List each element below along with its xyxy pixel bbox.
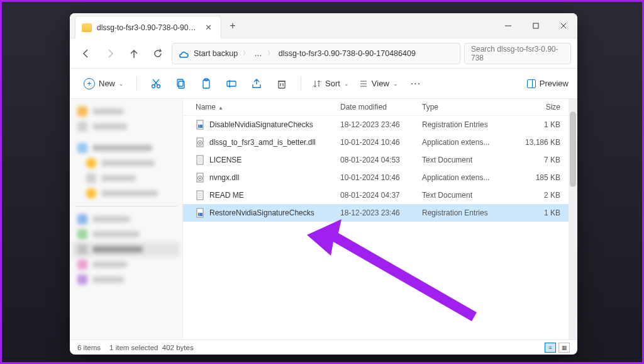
file-row[interactable]: LICENSE08-01-2024 04:53Text Document7 KB: [183, 151, 569, 169]
svg-rect-26: [199, 125, 200, 126]
file-date: 10-01-2024 10:46: [340, 173, 422, 182]
maximize-button[interactable]: [522, 13, 550, 38]
plus-icon: +: [84, 78, 95, 89]
new-tab-button[interactable]: +: [221, 13, 244, 38]
tab-title: dlssg-to-fsr3-0.90-738-0-90-17: [97, 23, 197, 32]
file-type: Application extens...: [422, 138, 510, 147]
chevron-down-icon: ⌄: [393, 81, 398, 87]
file-date: 08-01-2024 04:53: [340, 156, 422, 164]
file-type: Text Document: [422, 191, 510, 200]
view-button[interactable]: View ⌄: [355, 79, 402, 88]
file-size: 13,186 KB: [510, 138, 560, 147]
file-name: DisableNvidiaSignatureChecks: [209, 120, 313, 129]
sidebar-item[interactable]: [72, 212, 180, 227]
svg-point-6: [157, 84, 160, 88]
sidebar-item[interactable]: [72, 257, 180, 272]
share-button[interactable]: [245, 72, 268, 95]
svg-rect-27: [199, 127, 200, 127]
chevron-down-icon: ⌄: [344, 81, 349, 87]
sort-button[interactable]: Sort ⌄: [309, 79, 353, 88]
breadcrumb-backup[interactable]: Start backup: [194, 49, 238, 58]
copy-button[interactable]: [170, 72, 192, 95]
file-name: LICENSE: [209, 156, 242, 164]
details-view-toggle[interactable]: ≡: [545, 343, 556, 353]
titlebar: dlssg-to-fsr3-0.90-738-0-90-17 ✕ +: [70, 13, 577, 38]
close-window-button[interactable]: [550, 13, 577, 38]
minimize-button[interactable]: [494, 13, 522, 38]
folder-icon: [82, 23, 92, 32]
sidebar-item[interactable]: [72, 186, 180, 201]
file-size: 1 KB: [510, 120, 560, 129]
tab-close-button[interactable]: ✕: [203, 23, 214, 32]
file-icon: [196, 208, 206, 218]
breadcrumb-folder[interactable]: dlssg-to-fsr3-0.90-738-0-90-170486409: [279, 49, 416, 58]
cut-button[interactable]: [145, 72, 167, 95]
search-input[interactable]: Search dlssg-to-fsr3-0.90-738: [464, 43, 571, 64]
cloud-icon: [179, 50, 189, 57]
sidebar-item[interactable]: [72, 227, 180, 242]
window-tab[interactable]: dlssg-to-fsr3-0.90-738-0-90-17 ✕: [75, 16, 221, 38]
svg-rect-1: [533, 23, 538, 28]
svg-point-30: [199, 142, 201, 144]
file-icon: [196, 190, 206, 200]
sidebar-item[interactable]: [72, 242, 180, 257]
file-date: 18-12-2023 23:46: [340, 208, 422, 217]
paste-button[interactable]: [195, 72, 218, 95]
forward-button[interactable]: [100, 43, 120, 64]
sidebar-item[interactable]: [72, 104, 180, 119]
svg-rect-45: [199, 215, 200, 215]
file-name: dlssg_to_fsr3_amd_is_better.dll: [209, 138, 316, 147]
new-button[interactable]: + New ⌄: [79, 76, 129, 92]
scrollbar[interactable]: [569, 99, 577, 339]
preview-pane-icon: [527, 79, 536, 88]
file-type: Registration Entries: [422, 120, 510, 129]
navigation-sidebar: [70, 99, 183, 339]
column-name[interactable]: Name▲: [196, 103, 340, 111]
file-row[interactable]: dlssg_to_fsr3_amd_is_better.dll10-01-202…: [183, 134, 569, 151]
file-size: 185 KB: [510, 173, 560, 182]
breadcrumb-ellipsis[interactable]: …: [254, 49, 262, 58]
file-row[interactable]: nvngx.dll10-01-2024 10:46Application ext…: [183, 169, 569, 186]
column-date[interactable]: Date modified: [340, 103, 422, 111]
column-size[interactable]: Size: [510, 103, 560, 111]
column-type[interactable]: Type: [422, 103, 510, 111]
file-name: nvngx.dll: [209, 173, 239, 182]
file-row[interactable]: RestoreNvidiaSignatureChecks18-12-2023 2…: [183, 204, 569, 222]
status-selection: 1 item selected 402 bytes: [109, 344, 194, 351]
file-icon: [196, 155, 206, 165]
status-item-count: 6 items: [77, 344, 101, 351]
sidebar-item[interactable]: [72, 171, 180, 186]
sidebar-item[interactable]: [72, 272, 180, 287]
svg-point-5: [152, 84, 155, 88]
file-date: 10-01-2024 10:46: [340, 138, 422, 147]
more-button[interactable]: ···: [404, 78, 427, 89]
preview-button[interactable]: Preview: [527, 79, 569, 88]
back-button[interactable]: [76, 43, 96, 64]
chevron-right-icon: 〉: [267, 49, 274, 58]
file-explorer-window: dlssg-to-fsr3-0.90-738-0-90-17 ✕ + Start…: [70, 13, 577, 355]
file-icon: [196, 120, 206, 130]
svg-rect-11: [203, 80, 209, 88]
svg-point-37: [199, 178, 201, 179]
sidebar-item[interactable]: [72, 156, 180, 171]
toolbar: + New ⌄ Sort ⌄ View ⌄ ···: [70, 69, 577, 99]
address-bar[interactable]: Start backup 〉 … 〉 dlssg-to-fsr3-0.90-73…: [172, 43, 460, 64]
file-name: RestoreNvidiaSignatureChecks: [209, 208, 314, 217]
up-button[interactable]: [124, 43, 144, 64]
rename-button[interactable]: [220, 72, 243, 95]
refresh-button[interactable]: [148, 43, 168, 64]
file-type: Application extens...: [422, 173, 510, 182]
navigation-bar: Start backup 〉 … 〉 dlssg-to-fsr3-0.90-73…: [70, 38, 577, 69]
sidebar-item[interactable]: [72, 119, 180, 134]
svg-rect-43: [198, 213, 203, 216]
file-row[interactable]: DisableNvidiaSignatureChecks18-12-2023 2…: [183, 116, 569, 134]
file-date: 08-01-2024 04:37: [340, 191, 422, 200]
file-list-pane: Name▲ Date modified Type Size DisableNvi…: [183, 99, 577, 339]
chevron-right-icon: 〉: [243, 49, 249, 58]
file-icon: [196, 173, 206, 183]
file-size: 7 KB: [510, 156, 560, 164]
sidebar-item[interactable]: [72, 140, 180, 156]
file-row[interactable]: READ ME08-01-2024 04:37Text Document2 KB: [183, 186, 569, 204]
delete-button[interactable]: [270, 72, 293, 95]
icons-view-toggle[interactable]: ▦: [558, 343, 570, 353]
